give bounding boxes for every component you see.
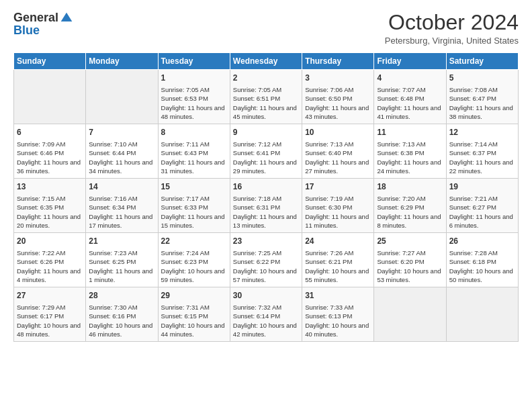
month-title: October 2024 [385, 11, 519, 34]
cell-day-number: 28 [89, 290, 154, 302]
calendar-cell: 2Sunrise: 7:05 AMSunset: 6:51 PMDaylight… [230, 70, 302, 124]
calendar-cell: 5Sunrise: 7:08 AMSunset: 6:47 PMDaylight… [446, 70, 518, 124]
cell-content: Sunrise: 7:32 AMSunset: 6:14 PMDaylight:… [233, 303, 299, 338]
header: General Blue October 2024 Petersburg, Vi… [13, 11, 519, 46]
cell-day-number: 29 [161, 290, 227, 302]
cell-content: Sunrise: 7:11 AMSunset: 6:43 PMDaylight:… [161, 140, 227, 175]
cell-content: Sunrise: 7:13 AMSunset: 6:38 PMDaylight:… [377, 140, 443, 175]
cell-content: Sunrise: 7:30 AMSunset: 6:16 PMDaylight:… [89, 303, 154, 338]
cell-day-number: 17 [305, 181, 371, 193]
cell-content: Sunrise: 7:20 AMSunset: 6:29 PMDaylight:… [377, 194, 443, 230]
cell-content: Sunrise: 7:27 AMSunset: 6:20 PMDaylight:… [377, 248, 443, 284]
calendar-week-3: 13Sunrise: 7:15 AMSunset: 6:35 PMDayligh… [14, 179, 519, 233]
calendar-cell: 10Sunrise: 7:13 AMSunset: 6:40 PMDayligh… [302, 124, 374, 179]
calendar-table: SundayMondayTuesdayWednesdayThursdayFrid… [13, 52, 519, 342]
day-header-tuesday: Tuesday [158, 53, 230, 70]
cell-day-number: 15 [161, 181, 227, 193]
cell-content: Sunrise: 7:10 AMSunset: 6:44 PMDaylight:… [89, 140, 154, 175]
calendar-cell: 19Sunrise: 7:21 AMSunset: 6:27 PMDayligh… [446, 179, 518, 233]
calendar-week-2: 6Sunrise: 7:09 AMSunset: 6:46 PMDaylight… [14, 124, 519, 179]
cell-day-number: 18 [377, 181, 443, 193]
cell-content: Sunrise: 7:24 AMSunset: 6:23 PMDaylight:… [161, 248, 227, 284]
calendar-header-row: SundayMondayTuesdayWednesdayThursdayFrid… [14, 53, 519, 70]
calendar-cell: 26Sunrise: 7:28 AMSunset: 6:18 PMDayligh… [446, 233, 518, 287]
day-header-saturday: Saturday [446, 53, 518, 70]
cell-content: Sunrise: 7:14 AMSunset: 6:37 PMDaylight:… [449, 140, 515, 175]
cell-day-number: 22 [161, 236, 227, 247]
calendar-cell: 16Sunrise: 7:18 AMSunset: 6:31 PMDayligh… [230, 179, 302, 233]
cell-day-number: 1 [161, 73, 227, 84]
cell-content: Sunrise: 7:08 AMSunset: 6:47 PMDaylight:… [449, 85, 515, 121]
cell-day-number: 16 [233, 181, 299, 193]
cell-day-number: 8 [161, 127, 227, 138]
cell-content: Sunrise: 7:13 AMSunset: 6:40 PMDaylight:… [305, 140, 371, 175]
cell-content: Sunrise: 7:33 AMSunset: 6:13 PMDaylight:… [305, 303, 371, 338]
cell-content: Sunrise: 7:29 AMSunset: 6:17 PMDaylight:… [17, 303, 83, 338]
calendar-cell: 12Sunrise: 7:14 AMSunset: 6:37 PMDayligh… [446, 124, 518, 179]
cell-content: Sunrise: 7:05 AMSunset: 6:51 PMDaylight:… [233, 85, 299, 121]
cell-day-number: 4 [377, 73, 443, 84]
calendar-cell: 9Sunrise: 7:12 AMSunset: 6:41 PMDaylight… [230, 124, 302, 179]
calendar-cell: 25Sunrise: 7:27 AMSunset: 6:20 PMDayligh… [374, 233, 446, 287]
cell-content: Sunrise: 7:18 AMSunset: 6:31 PMDaylight:… [233, 194, 299, 230]
calendar-week-4: 20Sunrise: 7:22 AMSunset: 6:26 PMDayligh… [14, 233, 519, 287]
svg-marker-0 [61, 12, 73, 21]
calendar-cell [14, 70, 86, 124]
cell-content: Sunrise: 7:17 AMSunset: 6:33 PMDaylight:… [161, 194, 227, 230]
cell-day-number: 11 [377, 127, 443, 138]
cell-content: Sunrise: 7:16 AMSunset: 6:34 PMDaylight:… [89, 194, 154, 230]
cell-day-number: 31 [305, 290, 371, 302]
calendar-cell: 29Sunrise: 7:31 AMSunset: 6:15 PMDayligh… [158, 287, 230, 342]
cell-day-number: 20 [17, 236, 83, 247]
cell-content: Sunrise: 7:09 AMSunset: 6:46 PMDaylight:… [17, 140, 83, 175]
calendar-cell [374, 287, 446, 342]
calendar-cell: 22Sunrise: 7:24 AMSunset: 6:23 PMDayligh… [158, 233, 230, 287]
calendar-cell [446, 287, 518, 342]
calendar-cell: 28Sunrise: 7:30 AMSunset: 6:16 PMDayligh… [86, 287, 158, 342]
calendar-cell: 4Sunrise: 7:07 AMSunset: 6:48 PMDaylight… [374, 70, 446, 124]
calendar-cell: 14Sunrise: 7:16 AMSunset: 6:34 PMDayligh… [86, 179, 158, 233]
calendar-cell: 15Sunrise: 7:17 AMSunset: 6:33 PMDayligh… [158, 179, 230, 233]
day-header-friday: Friday [374, 53, 446, 70]
calendar-cell: 13Sunrise: 7:15 AMSunset: 6:35 PMDayligh… [14, 179, 86, 233]
location: Petersburg, Virginia, United States [385, 36, 519, 46]
cell-content: Sunrise: 7:22 AMSunset: 6:26 PMDaylight:… [17, 248, 83, 284]
calendar-cell: 21Sunrise: 7:23 AMSunset: 6:25 PMDayligh… [86, 233, 158, 287]
cell-day-number: 24 [305, 236, 371, 247]
cell-day-number: 30 [233, 290, 299, 302]
calendar-cell: 7Sunrise: 7:10 AMSunset: 6:44 PMDaylight… [86, 124, 158, 179]
day-header-thursday: Thursday [302, 53, 374, 70]
calendar-cell: 8Sunrise: 7:11 AMSunset: 6:43 PMDaylight… [158, 124, 230, 179]
logo: General Blue [13, 11, 73, 38]
calendar-cell: 3Sunrise: 7:06 AMSunset: 6:50 PMDaylight… [302, 70, 374, 124]
cell-content: Sunrise: 7:15 AMSunset: 6:35 PMDaylight:… [17, 194, 83, 230]
calendar-body: 1Sunrise: 7:05 AMSunset: 6:53 PMDaylight… [14, 70, 519, 342]
cell-day-number: 14 [89, 181, 154, 193]
calendar-cell: 27Sunrise: 7:29 AMSunset: 6:17 PMDayligh… [14, 287, 86, 342]
cell-content: Sunrise: 7:28 AMSunset: 6:18 PMDaylight:… [449, 248, 515, 284]
cell-day-number: 25 [377, 236, 443, 247]
cell-day-number: 12 [449, 127, 515, 138]
cell-day-number: 3 [305, 73, 371, 84]
cell-content: Sunrise: 7:31 AMSunset: 6:15 PMDaylight:… [161, 303, 227, 338]
page: General Blue October 2024 Petersburg, Vi… [0, 0, 532, 411]
day-header-monday: Monday [86, 53, 158, 70]
cell-content: Sunrise: 7:19 AMSunset: 6:30 PMDaylight:… [305, 194, 371, 230]
cell-day-number: 6 [17, 127, 83, 138]
cell-day-number: 9 [233, 127, 299, 138]
cell-content: Sunrise: 7:26 AMSunset: 6:21 PMDaylight:… [305, 248, 371, 284]
calendar-cell: 20Sunrise: 7:22 AMSunset: 6:26 PMDayligh… [14, 233, 86, 287]
cell-content: Sunrise: 7:23 AMSunset: 6:25 PMDaylight:… [89, 248, 154, 284]
calendar-cell: 31Sunrise: 7:33 AMSunset: 6:13 PMDayligh… [302, 287, 374, 342]
cell-day-number: 7 [89, 127, 154, 138]
cell-day-number: 5 [449, 73, 515, 84]
cell-day-number: 27 [17, 290, 83, 302]
calendar-cell [86, 70, 158, 124]
calendar-cell: 24Sunrise: 7:26 AMSunset: 6:21 PMDayligh… [302, 233, 374, 287]
calendar-cell: 17Sunrise: 7:19 AMSunset: 6:30 PMDayligh… [302, 179, 374, 233]
cell-day-number: 13 [17, 181, 83, 193]
logo-general: General [13, 11, 58, 25]
logo-text: General [13, 11, 73, 25]
cell-day-number: 21 [89, 236, 154, 247]
cell-content: Sunrise: 7:12 AMSunset: 6:41 PMDaylight:… [233, 140, 299, 175]
